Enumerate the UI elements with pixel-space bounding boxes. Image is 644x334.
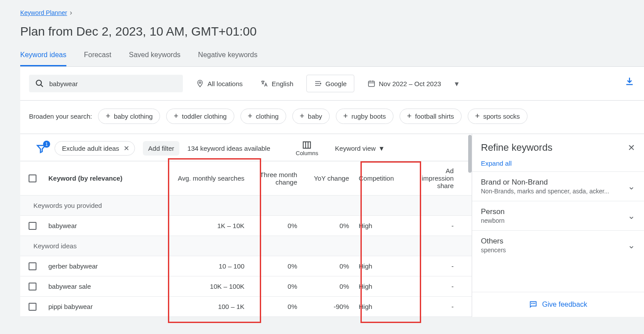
chip-label: sports socks — [483, 113, 520, 120]
col-yoy[interactable]: YoY change — [301, 170, 353, 186]
network-label: Google — [325, 80, 346, 87]
language-control[interactable]: English — [256, 76, 298, 91]
cell-imp: - — [409, 298, 457, 315]
chip-sports-socks[interactable]: +sports socks — [468, 109, 528, 124]
cell-avg: 10 – 100 — [163, 258, 248, 274]
search-input[interactable]: babywear — [29, 75, 183, 92]
keyword-view-control[interactable]: Keyword view ▼ — [335, 145, 385, 152]
cell-3mo: 0% — [248, 278, 301, 294]
cell-imp: - — [409, 218, 457, 234]
columns-label: Columns — [296, 150, 318, 156]
tab-forecast[interactable]: Forecast — [84, 51, 111, 66]
cell-keyword: babywear sale — [45, 278, 163, 294]
row-checkbox[interactable] — [29, 303, 36, 311]
select-all-checkbox[interactable] — [29, 174, 36, 182]
locations-label: All locations — [207, 80, 243, 87]
table-row[interactable]: gerber babywear 10 – 100 0% 0% High - — [20, 256, 472, 276]
expand-all-link[interactable]: Expand all — [472, 157, 644, 171]
tabs: Keyword ideas Forecast Saved keywords Ne… — [20, 51, 644, 67]
cell-comp: High — [353, 218, 409, 234]
date-range-label: Nov 2022 – Oct 2023 — [379, 80, 441, 87]
cell-keyword: gerber babywear — [45, 258, 163, 274]
tab-keyword-ideas[interactable]: Keyword ideas — [20, 51, 66, 66]
tab-saved-keywords[interactable]: Saved keywords — [129, 51, 180, 66]
table-header-row: Keyword (by relevance) Avg. monthly sear… — [20, 161, 472, 196]
cell-avg: 10K – 100K — [163, 278, 248, 294]
refine-item-subtitle: spencers — [481, 247, 506, 254]
translate-icon — [260, 80, 268, 87]
feedback-icon — [529, 300, 538, 309]
svg-point-0 — [36, 80, 42, 86]
chip-baby[interactable]: +baby — [292, 109, 330, 124]
plus-icon: + — [106, 112, 110, 121]
network-control[interactable]: Google — [306, 75, 354, 92]
add-filter-button[interactable]: Add filter — [143, 141, 179, 156]
chip-football-shirts[interactable]: +football shirts — [400, 109, 462, 124]
col-keyword[interactable]: Keyword (by relevance) — [45, 170, 163, 186]
breadcrumb-link[interactable]: Keyword Planner — [20, 9, 67, 16]
table-row[interactable]: babywear sale 10K – 100K 0% 0% High - — [20, 276, 472, 297]
refine-title: Refine keywords — [481, 142, 553, 153]
filter-icon[interactable]: 1 — [36, 143, 47, 154]
cell-avg: 100 – 1K — [163, 298, 248, 315]
chip-rugby-boots[interactable]: +rugby boots — [336, 109, 393, 124]
plus-icon: + — [248, 112, 253, 121]
cell-yoy: 0% — [301, 258, 353, 274]
chip-baby-clothing[interactable]: +baby clothing — [98, 109, 160, 124]
cell-3mo: 0% — [248, 258, 301, 274]
refine-item-title: Others — [481, 237, 506, 246]
broaden-label: Broaden your search: — [29, 113, 92, 120]
chip-label: baby clothing — [114, 113, 153, 120]
close-icon[interactable]: ✕ — [124, 144, 129, 152]
col-impression-share[interactable]: Ad impression share — [409, 163, 457, 194]
locations-control[interactable]: All locations — [192, 76, 247, 91]
date-range-control[interactable]: Nov 2022 – Oct 2023 ▼ — [363, 76, 465, 91]
cell-comp: High — [353, 278, 409, 294]
refine-item-subtitle: Non-Brands, marks and spencer, asda, ack… — [481, 188, 609, 195]
svg-point-6 — [320, 83, 321, 84]
give-feedback-link[interactable]: Give feedback — [472, 292, 644, 317]
cell-keyword: babywear — [45, 218, 163, 234]
chip-clothing[interactable]: +clothing — [240, 109, 286, 124]
columns-control[interactable]: Columns — [296, 140, 318, 156]
cell-3mo: 0% — [248, 218, 301, 234]
col-competition[interactable]: Competition — [353, 170, 409, 186]
refine-item-brand[interactable]: Brand or Non-Brand Non-Brands, marks and… — [472, 171, 644, 201]
columns-icon — [302, 140, 312, 150]
cell-yoy: 0% — [301, 278, 353, 294]
view-label: Keyword view — [335, 145, 376, 152]
dropdown-icon: ▼ — [453, 80, 460, 87]
plus-icon: + — [475, 112, 480, 121]
chip-label: football shirts — [415, 113, 454, 120]
refine-item-others[interactable]: Others spencers ⌄ — [472, 230, 644, 260]
page-title: Plan from Dec 2, 2023, 10 AM, GMT+01:00 — [20, 25, 644, 39]
cell-yoy: -90% — [301, 298, 353, 315]
tab-negative-keywords[interactable]: Negative keywords — [198, 51, 258, 66]
cell-comp: High — [353, 298, 409, 315]
breadcrumb: Keyword Planner › — [20, 9, 644, 17]
download-icon[interactable] — [625, 76, 634, 86]
group-label: Keyword ideas — [30, 238, 80, 254]
cell-comp: High — [353, 258, 409, 274]
chip-toddler-clothing[interactable]: +toddler clothing — [166, 109, 234, 124]
row-checkbox[interactable] — [29, 283, 36, 290]
col-three-month[interactable]: Three month change — [248, 167, 301, 190]
refine-panel: Refine keywords ✕ Expand all Brand or No… — [472, 134, 644, 317]
close-icon[interactable]: ✕ — [628, 142, 635, 153]
chevron-down-icon: ⌄ — [628, 181, 635, 192]
language-label: English — [272, 80, 293, 87]
chip-label: toddler clothing — [182, 113, 227, 120]
scrollbar-thumb[interactable] — [468, 135, 472, 173]
refine-item-person[interactable]: Person newborn ⌄ — [472, 201, 644, 230]
table-row[interactable]: babywear 1K – 10K 0% 0% High - — [20, 216, 472, 236]
plus-icon: + — [300, 112, 305, 121]
row-checkbox[interactable] — [29, 262, 36, 270]
filter-controls-row: 1 Exclude adult ideas ✕ Add filter 134 k… — [20, 134, 472, 161]
active-filter-pill[interactable]: Exclude adult ideas ✕ — [55, 141, 135, 156]
chevron-down-icon: ⌄ — [628, 240, 635, 250]
search-icon — [35, 79, 44, 88]
svg-point-2 — [199, 82, 201, 84]
table-row[interactable]: pippi babywear 100 – 1K 0% -90% High - — [20, 297, 472, 317]
row-checkbox[interactable] — [29, 222, 36, 230]
col-avg-searches[interactable]: Avg. monthly searches — [163, 170, 248, 186]
